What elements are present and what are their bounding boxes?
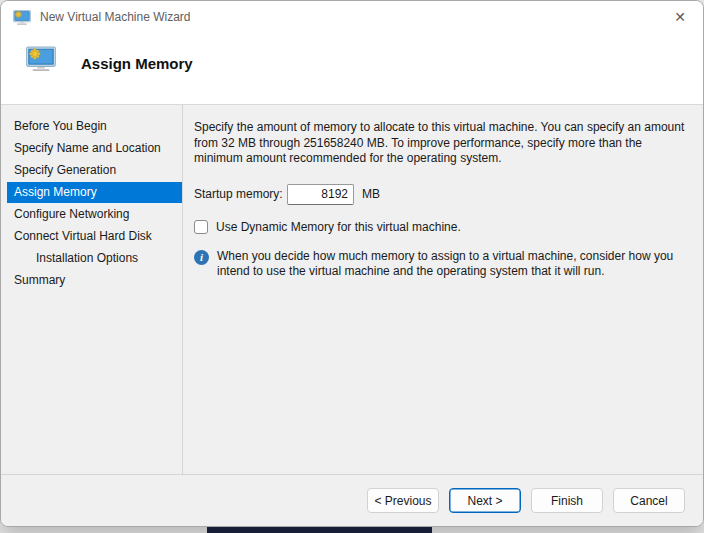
sidebar-item-configure-networking[interactable]: Configure Networking xyxy=(1,204,182,226)
close-icon: ✕ xyxy=(674,9,686,25)
vm-monitor-gear-icon xyxy=(26,46,56,72)
sidebar-item-connect-virtual-hard-disk[interactable]: Connect Virtual Hard Disk xyxy=(1,226,182,248)
dynamic-memory-checkbox[interactable] xyxy=(194,220,208,234)
startup-memory-row: Startup memory: MB xyxy=(194,184,689,205)
dynamic-memory-label[interactable]: Use Dynamic Memory for this virtual mach… xyxy=(216,220,461,234)
sidebar-item-installation-options[interactable]: Installation Options xyxy=(1,248,182,270)
close-button[interactable]: ✕ xyxy=(657,1,703,33)
info-icon: i xyxy=(194,250,209,265)
wizard-steps-sidebar: Before You Begin Specify Name and Locati… xyxy=(1,105,183,475)
wizard-header: Assign Memory xyxy=(1,33,703,105)
startup-memory-input[interactable] xyxy=(287,184,354,205)
vm-monitor-gear-icon xyxy=(13,10,31,25)
startup-memory-label: Startup memory: xyxy=(194,187,287,201)
wizard-window: New Virtual Machine Wizard ✕ Assign M xyxy=(0,0,704,527)
next-button[interactable]: Next > xyxy=(449,488,521,513)
sidebar-item-specify-name-and-location[interactable]: Specify Name and Location xyxy=(1,138,182,160)
sidebar-item-assign-memory[interactable]: Assign Memory xyxy=(7,182,182,203)
button-bar: < Previous Next > Finish Cancel xyxy=(1,474,703,526)
memory-unit-label: MB xyxy=(362,187,380,201)
dynamic-memory-row: Use Dynamic Memory for this virtual mach… xyxy=(194,220,689,234)
info-note-row: i When you decide how much memory to ass… xyxy=(194,249,689,280)
window-title: New Virtual Machine Wizard xyxy=(40,10,191,24)
page-content: Specify the amount of memory to allocate… xyxy=(183,105,703,475)
sidebar-item-before-you-begin[interactable]: Before You Begin xyxy=(1,116,182,138)
titlebar: New Virtual Machine Wizard ✕ xyxy=(1,1,703,33)
page-title: Assign Memory xyxy=(81,55,193,72)
previous-button[interactable]: < Previous xyxy=(367,488,439,513)
sidebar-item-specify-generation[interactable]: Specify Generation xyxy=(1,160,182,182)
memory-description-text: Specify the amount of memory to allocate… xyxy=(194,120,689,167)
sidebar-item-summary[interactable]: Summary xyxy=(1,270,182,292)
cancel-button[interactable]: Cancel xyxy=(613,488,685,513)
finish-button[interactable]: Finish xyxy=(531,488,603,513)
info-note-text: When you decide how much memory to assig… xyxy=(217,249,689,280)
wizard-body: Before You Begin Specify Name and Locati… xyxy=(1,105,703,475)
